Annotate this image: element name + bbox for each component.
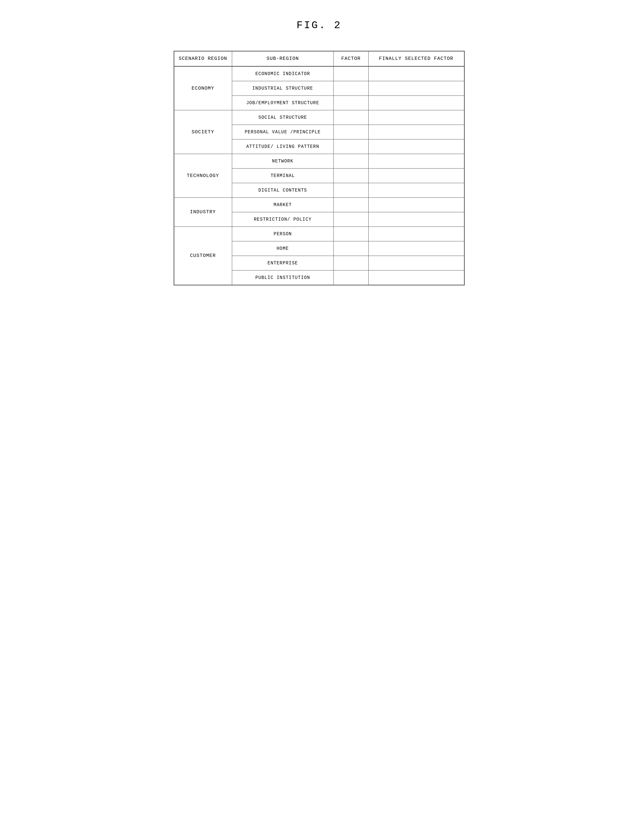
group-label-industry: INDUSTRY bbox=[174, 198, 232, 227]
table-row: ECONOMYECONOMIC INDICATOR bbox=[174, 66, 464, 81]
factor-cell bbox=[333, 256, 368, 271]
factor-cell bbox=[333, 271, 368, 285]
group-label-economy: ECONOMY bbox=[174, 66, 232, 110]
group-label-society: SOCIETY bbox=[174, 110, 232, 154]
finally-selected-cell bbox=[368, 241, 464, 256]
finally-selected-cell bbox=[368, 154, 464, 169]
sub-region-cell: TERMINAL bbox=[232, 169, 333, 183]
header-sub-region: SUB-REGION bbox=[232, 51, 333, 66]
finally-selected-cell bbox=[368, 96, 464, 110]
sub-region-cell: ATTITUDE/ LIVING PATTERN bbox=[232, 139, 333, 154]
finally-selected-cell bbox=[368, 139, 464, 154]
sub-region-cell: DIGITAL CONTENTS bbox=[232, 183, 333, 198]
sub-region-cell: INDUSTRIAL STRUCTURE bbox=[232, 81, 333, 96]
finally-selected-cell bbox=[368, 256, 464, 271]
factor-cell bbox=[333, 154, 368, 169]
group-label-technology: TECHNOLOGY bbox=[174, 154, 232, 198]
factor-cell bbox=[333, 66, 368, 81]
group-label-customer: CUSTOMER bbox=[174, 227, 232, 285]
table-wrapper: SCENARIO REGION SUB-REGION FACTOR FINALL… bbox=[174, 51, 465, 285]
finally-selected-cell bbox=[368, 227, 464, 241]
finally-selected-cell bbox=[368, 212, 464, 227]
factor-cell bbox=[333, 139, 368, 154]
sub-region-cell: ENTERPRISE bbox=[232, 256, 333, 271]
sub-region-cell: JOB/EMPLOYMENT STRUCTURE bbox=[232, 96, 333, 110]
table-row: INDUSTRYMARKET bbox=[174, 198, 464, 212]
factor-cell bbox=[333, 227, 368, 241]
finally-selected-cell bbox=[368, 183, 464, 198]
finally-selected-cell bbox=[368, 110, 464, 125]
sub-region-cell: ECONOMIC INDICATOR bbox=[232, 66, 333, 81]
finally-selected-cell bbox=[368, 169, 464, 183]
table-row: CUSTOMERPERSON bbox=[174, 227, 464, 241]
table-row: SOCIETYSOCIAL STRUCTURE bbox=[174, 110, 464, 125]
sub-region-cell: HOME bbox=[232, 241, 333, 256]
finally-selected-cell bbox=[368, 81, 464, 96]
table-row: TECHNOLOGYNETWORK bbox=[174, 154, 464, 169]
header-scenario-region: SCENARIO REGION bbox=[174, 51, 232, 66]
sub-region-cell: PUBLIC INSTITUTION bbox=[232, 271, 333, 285]
factor-cell bbox=[333, 169, 368, 183]
header-finally-selected: FINALLY SELECTED FACTOR bbox=[368, 51, 464, 66]
finally-selected-cell bbox=[368, 66, 464, 81]
table-header-row: SCENARIO REGION SUB-REGION FACTOR FINALL… bbox=[174, 51, 464, 66]
finally-selected-cell bbox=[368, 125, 464, 139]
sub-region-cell: PERSONAL VALUE /PRINCIPLE bbox=[232, 125, 333, 139]
factor-cell bbox=[333, 212, 368, 227]
factor-cell bbox=[333, 125, 368, 139]
sub-region-cell: NETWORK bbox=[232, 154, 333, 169]
factor-cell bbox=[333, 81, 368, 96]
sub-region-cell: PERSON bbox=[232, 227, 333, 241]
header-factor: FACTOR bbox=[333, 51, 368, 66]
finally-selected-cell bbox=[368, 198, 464, 212]
table-body: ECONOMYECONOMIC INDICATORINDUSTRIAL STRU… bbox=[174, 66, 464, 285]
factor-cell bbox=[333, 198, 368, 212]
factor-cell bbox=[333, 96, 368, 110]
main-table: SCENARIO REGION SUB-REGION FACTOR FINALL… bbox=[174, 51, 465, 285]
factor-cell bbox=[333, 183, 368, 198]
factor-cell bbox=[333, 110, 368, 125]
sub-region-cell: MARKET bbox=[232, 198, 333, 212]
page-title: FIG. 2 bbox=[297, 19, 341, 32]
factor-cell bbox=[333, 241, 368, 256]
finally-selected-cell bbox=[368, 271, 464, 285]
sub-region-cell: RESTRICTION/ POLICY bbox=[232, 212, 333, 227]
sub-region-cell: SOCIAL STRUCTURE bbox=[232, 110, 333, 125]
